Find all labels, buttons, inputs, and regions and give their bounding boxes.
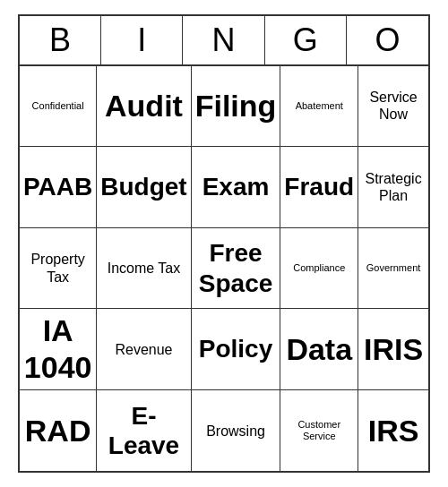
cell-text: Customer Service <box>284 419 354 442</box>
cell-text: Browsing <box>206 423 265 440</box>
bingo-cell[interactable]: Data <box>280 309 358 390</box>
bingo-cell[interactable]: Browsing <box>192 390 281 472</box>
bingo-cell[interactable]: Exam <box>192 147 281 228</box>
header-letter: N <box>183 16 264 64</box>
cell-text: Government <box>366 262 421 274</box>
bingo-cell[interactable]: Abatement <box>280 66 358 148</box>
bingo-cell[interactable]: IRS <box>358 390 428 472</box>
cell-text: Service Now <box>362 89 425 123</box>
cell-text: Policy <box>199 334 272 364</box>
header-letter: I <box>101 16 183 64</box>
cell-text: E-Leave <box>100 401 186 461</box>
bingo-cell[interactable]: Strategic Plan <box>358 147 428 228</box>
bingo-cell[interactable]: RAD <box>20 390 97 472</box>
cell-text: IRS <box>368 413 419 449</box>
cell-text: Exam <box>202 172 270 202</box>
bingo-cell[interactable]: Budget <box>97 147 191 228</box>
bingo-cell[interactable]: IRIS <box>358 309 428 390</box>
bingo-cell[interactable]: Income Tax <box>97 228 191 310</box>
cell-text: Revenue <box>115 341 172 358</box>
bingo-cell[interactable]: Customer Service <box>280 390 358 472</box>
bingo-cell[interactable]: Filing <box>192 66 281 148</box>
cell-text: Confidential <box>32 100 84 112</box>
bingo-cell[interactable]: Audit <box>97 66 191 148</box>
header-letter: O <box>347 16 428 64</box>
bingo-card: BINGO ConfidentialAuditFilingAbatementSe… <box>18 14 430 474</box>
cell-text: IRIS <box>364 331 423 368</box>
bingo-grid: ConfidentialAuditFilingAbatementService … <box>20 66 428 472</box>
header-letter: B <box>20 16 101 64</box>
cell-text: Audit <box>105 88 183 124</box>
cell-text: Compliance <box>293 262 345 274</box>
bingo-cell[interactable]: Service Now <box>358 66 428 148</box>
bingo-cell[interactable]: PAAB <box>20 147 97 228</box>
header-letter: G <box>265 16 347 64</box>
cell-text: Budget <box>100 172 186 202</box>
cell-text: Abatement <box>296 100 343 112</box>
cell-text: Filing <box>195 88 277 124</box>
cell-text: Income Tax <box>108 260 181 277</box>
cell-text: IA 1040 <box>23 312 92 386</box>
cell-text: RAD <box>25 413 91 449</box>
bingo-cell[interactable]: Revenue <box>97 309 191 390</box>
bingo-cell[interactable]: E-Leave <box>97 390 191 472</box>
bingo-cell[interactable]: IA 1040 <box>20 309 97 390</box>
cell-text: PAAB <box>23 172 92 202</box>
bingo-cell[interactable]: Fraud <box>280 147 358 228</box>
cell-text: Fraud <box>284 172 354 202</box>
bingo-cell[interactable]: Confidential <box>20 66 97 148</box>
bingo-cell[interactable]: Property Tax <box>20 228 97 310</box>
bingo-cell[interactable]: Compliance <box>280 228 358 310</box>
bingo-cell[interactable]: Free Space <box>192 228 281 310</box>
cell-text: Property Tax <box>23 251 92 285</box>
bingo-header: BINGO <box>20 16 428 66</box>
bingo-cell[interactable]: Government <box>358 228 428 310</box>
cell-text: Free Space <box>195 238 277 298</box>
cell-text: Data <box>286 331 352 368</box>
cell-text: Strategic Plan <box>362 170 425 204</box>
bingo-cell[interactable]: Policy <box>192 309 281 390</box>
